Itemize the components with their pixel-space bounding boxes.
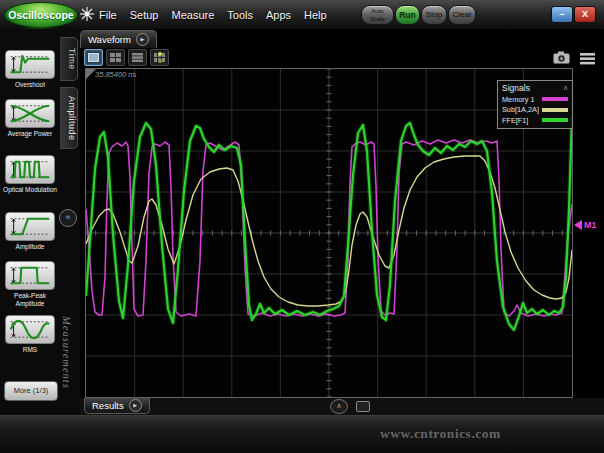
app-logo: Oscilloscope: [4, 2, 78, 28]
measurement-label: Optical Modulation: [1, 186, 59, 194]
rms-icon: [5, 315, 55, 344]
display-menu-icon[interactable]: [580, 51, 595, 69]
run-button[interactable]: Run: [395, 5, 420, 25]
marker-m1-arrow-icon: [574, 220, 582, 230]
sidebar-tab-amplitude[interactable]: Amplitude: [60, 87, 78, 149]
measurement-overshoot-button[interactable]: Overshoot: [1, 50, 59, 89]
legend-entry[interactable]: Sub[1A,2A]: [502, 105, 568, 114]
peak-peak-icon: [5, 261, 55, 290]
waveform-display[interactable]: 35.85400 ns Signals ∧ Memory 1Sub[1A,2A]…: [85, 68, 573, 398]
legend-entry[interactable]: Memory 1: [502, 95, 568, 104]
status-dot-1: [158, 52, 162, 56]
marker-m1[interactable]: M1: [574, 220, 597, 230]
layout-single-button[interactable]: [84, 49, 103, 66]
amplitude-icon: [5, 212, 55, 241]
measurement-rms-button[interactable]: RMS: [1, 315, 59, 354]
legend-title: Signals: [502, 83, 530, 93]
menu-item-apps[interactable]: Apps: [266, 9, 291, 21]
more-measurements-button[interactable]: More (1/3): [4, 381, 58, 401]
screenshot-camera-icon[interactable]: [553, 50, 570, 68]
oscilloscope-app: Oscilloscope FileSetupMeasureToolsAppsHe…: [0, 0, 604, 453]
measurement-optical-modulation-button[interactable]: Optical Modulation: [1, 155, 59, 194]
results-display-icon[interactable]: [356, 401, 370, 412]
auto-scale-button[interactable]: AutoScale: [361, 5, 394, 25]
menu-item-file[interactable]: File: [99, 9, 117, 21]
layout-rows-button[interactable]: [128, 49, 147, 66]
status-bar: DSA 200 mV/ 0 V CDR... 10.312500 Gb/s LB…: [0, 415, 604, 453]
menu-item-setup[interactable]: Setup: [130, 9, 159, 21]
measurement-label: Overshoot: [1, 81, 59, 89]
measurements-sidebar: « Measurements More (1/3) TimeAmplitudeO…: [0, 29, 80, 415]
tab-results[interactable]: Results ▶: [84, 398, 150, 414]
waveform-tab-label: Waveform: [88, 34, 131, 45]
measurement-label: Peak-Peak Amplitude: [1, 292, 59, 308]
legend-entry-swatch: [542, 108, 568, 112]
menu-items: FileSetupMeasureToolsAppsHelp: [99, 0, 327, 29]
status-dot-2: [158, 59, 162, 63]
signals-legend[interactable]: Signals ∧ Memory 1Sub[1A,2A]FFE[F1]: [497, 80, 573, 129]
legend-collapse-icon[interactable]: ∧: [563, 84, 568, 92]
results-tab-label: Results: [92, 400, 124, 411]
measurement-label: RMS: [1, 346, 59, 354]
measurement-amplitude-button[interactable]: Amplitude: [1, 212, 59, 251]
menu-item-tools[interactable]: Tools: [227, 9, 253, 21]
close-button[interactable]: X: [574, 6, 596, 23]
optical-modulation-icon: [5, 155, 55, 184]
sparkle-icon: [79, 6, 95, 26]
legend-entry-swatch: [542, 97, 568, 101]
overshoot-icon: [5, 50, 55, 79]
legend-entry-swatch: [542, 118, 568, 122]
horizontal-position-readout: 35.85400 ns: [95, 70, 136, 79]
average-power-icon: [5, 99, 55, 128]
marker-m1-label: M1: [584, 220, 597, 230]
sidebar-collapse-button[interactable]: «: [59, 209, 77, 227]
results-expand-button[interactable]: ∧: [330, 399, 348, 414]
measurement-label: Average Power: [1, 130, 59, 138]
menu-item-measure[interactable]: Measure: [171, 9, 214, 21]
minimize-button[interactable]: –: [551, 6, 573, 23]
sidebar-tab-time[interactable]: Time: [60, 37, 78, 81]
measurement-peak-peak-button[interactable]: Peak-Peak Amplitude: [1, 261, 59, 308]
tab-waveform[interactable]: Waveform ▶: [80, 30, 157, 48]
stop-button[interactable]: Stop: [421, 5, 447, 25]
waveform-tab-menu-icon[interactable]: ▶: [136, 33, 149, 46]
measurement-label: Amplitude: [1, 243, 59, 251]
layout-quad-button[interactable]: [106, 49, 125, 66]
clear-button[interactable]: Clear: [448, 5, 476, 25]
legend-entry-label: Sub[1A,2A]: [502, 105, 539, 114]
layout-toolbar: [84, 49, 169, 66]
menu-bar: Oscilloscope FileSetupMeasureToolsAppsHe…: [0, 0, 604, 30]
legend-entry[interactable]: FFE[F1]: [502, 116, 568, 125]
legend-entry-label: FFE[F1]: [502, 116, 528, 125]
menu-item-help[interactable]: Help: [304, 9, 327, 21]
legend-entry-label: Memory 1: [502, 95, 534, 104]
measurement-average-power-button[interactable]: Average Power: [1, 99, 59, 138]
results-tab-menu-icon[interactable]: ▶: [129, 399, 142, 412]
measurements-group-label: Measurements: [61, 316, 72, 389]
